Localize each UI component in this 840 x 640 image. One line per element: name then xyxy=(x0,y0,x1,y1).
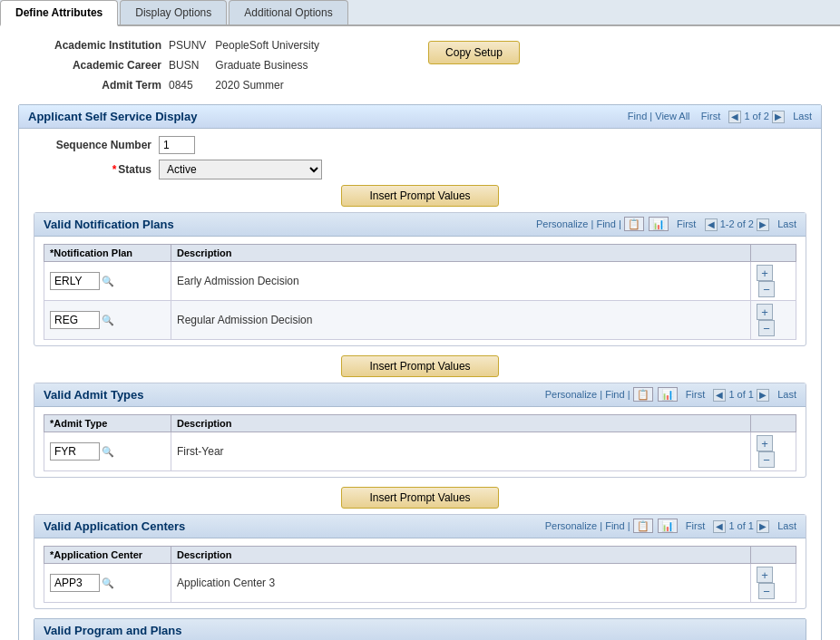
app-centers-body: *Application Center Description 🔍 xyxy=(34,538,806,608)
tab-bar: Define Attributes Display Options Additi… xyxy=(0,0,840,26)
admit-last: Last xyxy=(777,389,796,400)
notification-icon1[interactable]: 📋 xyxy=(624,217,644,231)
admit-next[interactable]: ▶ xyxy=(757,389,769,402)
remove-admit-type-button[interactable]: − xyxy=(758,451,775,468)
notification-desc-cell: Regular Admission Decision xyxy=(171,301,751,340)
remove-notification-plan-button[interactable]: − xyxy=(758,281,775,297)
admit-prev[interactable]: ◀ xyxy=(713,389,726,402)
app-center-cell: 🔍 xyxy=(50,574,165,592)
career-code: BUSN xyxy=(169,55,206,75)
remove-notification-plan-button[interactable]: − xyxy=(758,320,775,336)
app-next[interactable]: ▶ xyxy=(757,520,769,533)
notification-plans-body: *Notification Plan Description 🔍 Early A… xyxy=(34,237,806,345)
app-centers-header: Valid Application Centers Personalize | … xyxy=(34,515,806,538)
table-row: 🔍 Early Admission Decision + − xyxy=(44,262,796,301)
add-notification-plan-button[interactable]: + xyxy=(757,265,773,281)
add-admit-type-button[interactable]: + xyxy=(757,435,773,451)
applicant-section-nav: Find | View All First ◀ 1 of 2 ▶ Last xyxy=(628,111,812,123)
status-select[interactable]: Active Inactive xyxy=(159,160,322,179)
app-center-input[interactable] xyxy=(50,574,100,592)
applicant-section-title: Applicant Self Service Display xyxy=(28,110,197,123)
admit-desc-col-header: Description xyxy=(171,415,751,432)
institution-label: Academic Institution xyxy=(54,35,161,55)
tab-define-attributes[interactable]: Define Attributes xyxy=(0,0,118,26)
remove-app-center-button[interactable]: − xyxy=(758,583,775,599)
notification-plans-table: *Notification Plan Description 🔍 Early A… xyxy=(44,244,796,340)
admit-icon2[interactable]: 📊 xyxy=(658,387,678,402)
copy-setup-button[interactable]: Copy Setup xyxy=(428,41,520,64)
insert-prompt-2-row: Insert Prompt Values xyxy=(34,355,806,377)
notification-plans-header: Valid Notification Plans Personalize | F… xyxy=(34,213,806,237)
sequence-label: Sequence Number xyxy=(34,139,151,151)
admit-type-input[interactable] xyxy=(50,442,100,461)
vpp-title: Valid Program and Plans xyxy=(44,624,181,637)
first-label: First xyxy=(701,111,720,121)
vpp-header: Valid Program and Plans xyxy=(34,619,806,640)
admit-types-table: *Admit Type Description 🔍 First-Year xyxy=(44,414,796,471)
sequence-input[interactable] xyxy=(159,136,195,154)
career-name: Graduate Business xyxy=(215,55,319,75)
app-last: Last xyxy=(777,520,796,531)
admit-types-nav: Personalize | Find | 📋 📊 First ◀ 1 of 1 xyxy=(545,389,796,402)
prev-arrow[interactable]: ◀ xyxy=(728,111,741,123)
app-centers-title: Valid Application Centers xyxy=(44,519,185,533)
notification-desc-col-header: Description xyxy=(171,245,751,262)
tab-additional-options[interactable]: Additional Options xyxy=(229,0,347,24)
tab-display-options[interactable]: Display Options xyxy=(120,0,227,24)
admit-personalize-link[interactable]: Personalize xyxy=(545,389,597,400)
app-center-actions-col xyxy=(751,547,796,564)
notification-plans-nav: Personalize | Find | 📋 📊 First ◀ 1-2 of … xyxy=(536,218,796,231)
app-prev[interactable]: ◀ xyxy=(713,520,726,533)
notification-find-link[interactable]: Find xyxy=(596,218,615,229)
notification-last: Last xyxy=(777,218,796,229)
notification-actions-col-header xyxy=(751,245,796,262)
insert-prompt-2-button[interactable]: Insert Prompt Values xyxy=(341,355,498,377)
next-arrow[interactable]: ▶ xyxy=(772,111,785,123)
table-row: 🔍 Regular Admission Decision + − xyxy=(44,301,796,340)
admit-pagination: 1 of 1 xyxy=(728,389,754,400)
app-center-desc-cell: Application Center 3 xyxy=(171,564,751,603)
app-personalize-link[interactable]: Personalize xyxy=(545,520,597,531)
notification-plans-title: Valid Notification Plans xyxy=(44,218,174,231)
admit-find-link[interactable]: Find xyxy=(605,389,624,400)
institution-name: PeopleSoft University xyxy=(215,35,319,55)
insert-prompt-1-row: Insert Prompt Values xyxy=(34,185,806,207)
app-icon1[interactable]: 📋 xyxy=(633,519,653,533)
applicant-section-header: Applicant Self Service Display Find | Vi… xyxy=(19,105,821,129)
add-notification-plan-button[interactable]: + xyxy=(757,304,773,320)
notification-personalize-link[interactable]: Personalize xyxy=(536,218,588,229)
pagination-label: 1 of 2 xyxy=(744,111,769,121)
app-center-search-icon[interactable]: 🔍 xyxy=(102,577,114,589)
career-label: Academic Career xyxy=(54,55,161,75)
admit-term-name: 2020 Summer xyxy=(215,75,319,95)
status-label: Status xyxy=(34,163,151,176)
admit-icon1[interactable]: 📋 xyxy=(633,387,653,402)
notification-first: First xyxy=(677,218,696,229)
app-icon2[interactable]: 📊 xyxy=(658,519,678,533)
app-find-link[interactable]: Find xyxy=(605,520,624,531)
notification-next[interactable]: ▶ xyxy=(757,218,769,231)
valid-notification-plans-section: Valid Notification Plans Personalize | F… xyxy=(34,212,806,346)
notification-prev[interactable]: ◀ xyxy=(705,218,718,231)
valid-application-centers-section: Valid Application Centers Personalize | … xyxy=(34,514,806,609)
notification-pagination: 1-2 of 2 xyxy=(720,218,754,229)
notification-plan-input[interactable] xyxy=(50,311,100,329)
admit-type-search-icon[interactable]: 🔍 xyxy=(102,446,114,458)
view-all-link[interactable]: View All xyxy=(655,111,689,121)
find-link[interactable]: Find xyxy=(628,111,647,121)
add-app-center-button[interactable]: + xyxy=(757,567,773,583)
app-centers-table: *Application Center Description 🔍 xyxy=(44,546,796,603)
admit-types-body: *Admit Type Description 🔍 First-Year xyxy=(34,407,806,477)
notification-icon2[interactable]: 📊 xyxy=(649,217,669,231)
insert-prompt-3-button[interactable]: Insert Prompt Values xyxy=(341,487,498,509)
insert-prompt-3-row: Insert Prompt Values xyxy=(34,487,806,509)
insert-prompt-1-button[interactable]: Insert Prompt Values xyxy=(341,185,498,207)
notification-plan-cell: 🔍 xyxy=(50,311,165,329)
app-first: First xyxy=(686,520,705,531)
app-pagination: 1 of 1 xyxy=(728,520,754,531)
notification-plan-search-icon[interactable]: 🔍 xyxy=(102,315,114,326)
admit-desc-cell: First-Year xyxy=(171,432,751,471)
notification-plan-search-icon[interactable]: 🔍 xyxy=(102,276,114,287)
notification-plan-input[interactable] xyxy=(50,272,100,290)
admit-types-title: Valid Admit Types xyxy=(44,388,144,402)
